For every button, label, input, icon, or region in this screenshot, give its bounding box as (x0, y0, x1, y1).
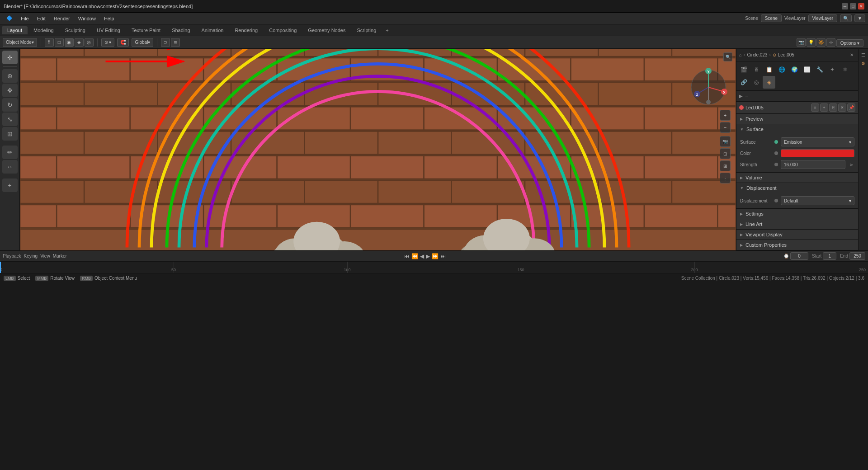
color-picker[interactable] (781, 149, 854, 157)
surface-type-dropdown[interactable]: Emission ▾ (781, 137, 854, 146)
icon-wireframe[interactable]: □ (55, 38, 64, 47)
tab-sculpting[interactable]: Sculpting (60, 26, 91, 34)
outliner-icon[interactable]: ☰ (859, 51, 868, 59)
current-frame-input[interactable]: 0 (790, 252, 808, 260)
viewport-display-header[interactable]: ▶ Viewport Display (736, 230, 858, 240)
snap-btn[interactable]: 🧲 (117, 38, 129, 47)
mat-copy-btn[interactable]: ⎘ (829, 103, 837, 112)
reverse-play-btn[interactable]: ◀ (420, 253, 424, 259)
tab-geometry-nodes[interactable]: Geometry Nodes (302, 26, 351, 34)
lineart-header[interactable]: ▶ Line Art (736, 219, 858, 229)
tab-add[interactable]: + (382, 26, 392, 34)
pivot-dropdown[interactable]: ⊙ ▾ (101, 38, 115, 47)
tool-annotate[interactable]: ✏ (2, 146, 18, 159)
tool-add[interactable]: + (2, 179, 18, 192)
start-frame-input[interactable]: 1 (823, 252, 836, 260)
dots-btn[interactable]: ⋮ (720, 173, 731, 183)
file-menu[interactable]: File (17, 15, 33, 22)
tool-rotate[interactable]: ↻ (2, 98, 18, 112)
disp-dropdown[interactable]: Default ▾ (781, 196, 854, 205)
options-button[interactable]: Options ▾ (836, 39, 863, 47)
mat-unlink-btn[interactable]: ✕ (838, 103, 846, 112)
transform-dropdown[interactable]: Global ▾ (132, 38, 153, 47)
properties-icon[interactable]: ⚙ (859, 59, 868, 67)
end-frame-input[interactable]: 250 (849, 252, 865, 260)
timeline-track[interactable]: 0 50 100 150 200 250 (0, 262, 868, 273)
filter-button[interactable]: ▼ (854, 14, 865, 22)
tab-uv-editing[interactable]: UV Editing (91, 26, 126, 34)
icon-camera[interactable]: 📷 (797, 38, 806, 47)
search-button[interactable]: 🔍 (840, 14, 852, 22)
zoom-in-btn[interactable]: + (720, 110, 731, 121)
mat-browse-btn[interactable]: ≡ (811, 103, 819, 112)
icon-gizmo[interactable]: ⊹ (826, 38, 835, 47)
prop-objectdata-icon[interactable]: ◎ (750, 76, 763, 89)
tab-texture-paint[interactable]: Texture Paint (126, 26, 166, 34)
displacement-header[interactable]: ▼ Displacement (736, 183, 858, 193)
camera-btn[interactable]: 📷 (720, 136, 731, 147)
persp-btn[interactable]: ⊡ (720, 148, 731, 159)
marker-label[interactable]: Marker (53, 254, 67, 258)
minimize-button[interactable]: ─ (842, 3, 848, 9)
help-menu[interactable]: Help (100, 15, 118, 22)
mat-pin-btn[interactable]: 📌 (847, 103, 855, 112)
panel-toggle[interactable]: ✕ (848, 52, 855, 59)
view-label[interactable]: View (40, 254, 50, 258)
grid-btn[interactable]: ⊞ (720, 160, 731, 171)
tool-move[interactable]: ✥ (2, 84, 18, 97)
tool-select[interactable]: ⊹ (2, 51, 18, 64)
tab-animation[interactable]: Animation (196, 26, 229, 34)
close-button[interactable]: ✕ (858, 3, 864, 9)
prop-scene-icon[interactable]: 🌐 (775, 63, 788, 76)
surface-header[interactable]: ▼ Surface (736, 124, 858, 134)
icon-viewport-shade[interactable]: 💡 (807, 38, 816, 47)
proportional-btn[interactable]: ⊃ (161, 38, 170, 47)
jump-start-btn[interactable]: ⏮ (404, 253, 410, 259)
viewlayer-dropdown[interactable]: ViewLayer (808, 14, 838, 22)
strength-expand[interactable]: ⊳ (848, 162, 854, 167)
viewport-search[interactable]: 🔍 (723, 52, 732, 61)
keying-label[interactable]: Keying (24, 254, 38, 258)
blender-menu[interactable]: 🔷 (3, 14, 16, 22)
prop-constraints-icon[interactable]: 🔗 (737, 76, 750, 89)
tab-scripting[interactable]: Scripting (351, 26, 382, 34)
tab-shading[interactable]: Shading (166, 26, 195, 34)
icon-rendered[interactable]: ◎ (85, 38, 94, 47)
jump-end-btn[interactable]: ⏭ (440, 253, 446, 259)
window-menu[interactable]: Window (75, 15, 99, 22)
tool-measure[interactable]: ↔ (2, 160, 18, 174)
tab-compositing[interactable]: Compositing (264, 26, 302, 34)
maximize-button[interactable]: □ (850, 3, 856, 9)
icon-dots[interactable]: ⠿ (45, 38, 54, 47)
icon-solid[interactable]: ◉ (65, 38, 74, 47)
prop-render-icon[interactable]: 🎬 (737, 63, 750, 76)
viewport[interactable]: 🔍 Y X (20, 49, 736, 250)
play-btn[interactable]: ▶ (426, 253, 430, 259)
tool-scale[interactable]: ⤡ (2, 113, 18, 126)
custom-properties-header[interactable]: ▶ Custom Properties (736, 240, 858, 250)
prop-modifier-icon[interactable]: 🔧 (813, 63, 826, 76)
volume-header[interactable]: ▶ Volume (736, 173, 858, 183)
tab-layout[interactable]: Layout (2, 26, 28, 34)
tool-transform[interactable]: ⊞ (2, 127, 18, 141)
mode-dropdown[interactable]: Object Mode ▾ (3, 38, 37, 47)
prop-view-icon[interactable]: 📋 (763, 63, 775, 76)
settings-header[interactable]: ▶ Settings (736, 209, 858, 219)
prop-material-icon[interactable]: ◈ (763, 76, 775, 89)
icon-material[interactable]: ◈ (75, 38, 84, 47)
mat-new-btn[interactable]: + (820, 103, 828, 112)
tab-rendering[interactable]: Rendering (229, 26, 263, 34)
tab-modeling[interactable]: Modeling (28, 26, 59, 34)
step-fwd-btn[interactable]: ⏩ (432, 253, 439, 259)
prop-physics-icon[interactable]: ⚛ (839, 63, 851, 76)
icon-overlay[interactable]: 🔆 (816, 38, 826, 47)
playback-label[interactable]: Playback (3, 254, 21, 258)
render-menu[interactable]: Render (50, 15, 74, 22)
strength-value[interactable]: 16.000 (781, 160, 845, 169)
step-back-btn[interactable]: ⏪ (411, 253, 418, 259)
prop-output-icon[interactable]: 🖥 (750, 63, 763, 76)
zoom-out-btn[interactable]: − (720, 122, 731, 133)
prop-object-icon[interactable]: ⬜ (801, 63, 813, 76)
preview-header[interactable]: ▶ Preview (736, 114, 858, 124)
scene-dropdown[interactable]: Scene (761, 14, 782, 22)
